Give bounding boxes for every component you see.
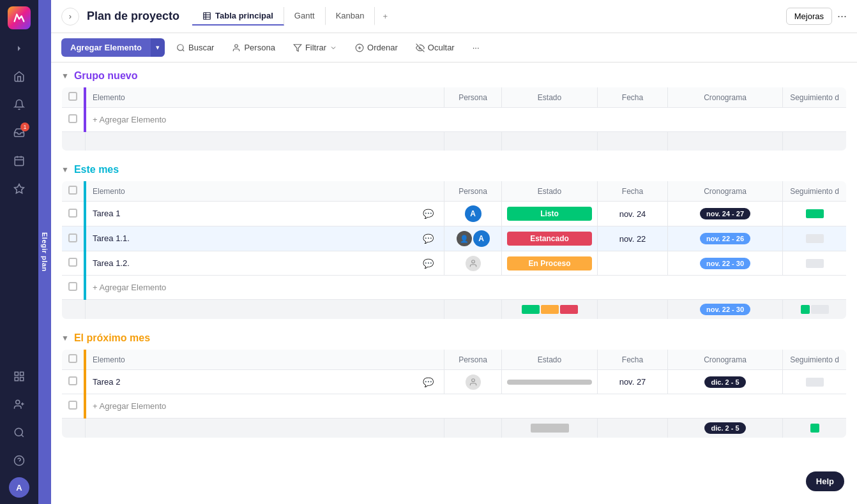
add-element-dropdown[interactable]: ▾ (151, 38, 165, 57)
nav-back-button[interactable]: › (61, 8, 79, 26)
estado-tarea1[interactable]: Listo (502, 202, 598, 226)
add-item-mes[interactable]: + Agregar Elemento (62, 276, 847, 300)
sidebar-icon-star[interactable] (8, 177, 31, 200)
cb-add-nuevo[interactable] (68, 114, 77, 123)
app-logo[interactable] (8, 6, 31, 29)
group-proximo-mes-toggle[interactable]: ▼ (61, 334, 69, 343)
item-tarea1[interactable]: Tarea 1 💬 (85, 202, 444, 226)
more-toolbar-button[interactable]: ··· (466, 39, 486, 56)
cb-add-mes[interactable] (68, 282, 77, 291)
tab-gantt-label: Gantt (294, 11, 315, 20)
cb-tarea11[interactable] (68, 233, 77, 242)
sidebar-icon-notifications[interactable] (8, 93, 31, 116)
summary-bar-red (560, 305, 578, 314)
ordenar-button[interactable]: Ordenar (349, 39, 404, 56)
more-options-button[interactable]: ··· (837, 10, 847, 23)
cronograma-tarea1[interactable]: nov. 24 - 27 (668, 202, 783, 226)
crono-badge-tarea2: dic. 2 - 5 (704, 376, 745, 388)
group-proximo-mes-header[interactable]: ▼ El próximo mes (51, 325, 857, 349)
group-este-mes-title: Este mes (74, 164, 119, 175)
tab-tabla-principal[interactable]: Tabla principal (192, 7, 284, 26)
summary-crono-proximo: dic. 2 - 5 (704, 422, 745, 434)
item-tarea2[interactable]: Tarea 2 💬 (85, 370, 444, 394)
add-item-mes-label[interactable]: + Agregar Elemento (85, 276, 847, 300)
user-avatar[interactable]: A (9, 477, 29, 498)
table-row: Tarea 2 💬 nov. 27 (62, 370, 847, 394)
sidebar-icon-inbox[interactable]: 1 (8, 121, 31, 144)
svg-rect-7 (20, 378, 24, 381)
group-nuevo-header[interactable]: ▼ Grupo nuevo (51, 63, 857, 87)
sidebar-icon-chevron[interactable] (8, 37, 31, 60)
group-nuevo: ▼ Grupo nuevo Elemento Persona Estado Fe… (51, 63, 857, 151)
persona-tarea2[interactable] (444, 370, 502, 394)
estado-tarea12[interactable]: En Proceso (502, 251, 598, 276)
select-all-mes[interactable] (68, 186, 77, 195)
cb-tarea1[interactable] (68, 209, 77, 218)
add-element-button[interactable]: Agregar Elemento (61, 38, 151, 57)
svg-marker-23 (294, 44, 301, 51)
crono-badge-tarea12: nov. 22 - 30 (700, 258, 750, 269)
persona-tarea12[interactable] (444, 251, 502, 276)
fecha-tarea11[interactable]: nov. 22 (598, 226, 668, 251)
add-item-proximo-label[interactable]: + Agregar Elemento (85, 394, 847, 419)
sidebar-icon-home[interactable] (8, 65, 31, 88)
tab-add-button[interactable]: + (375, 8, 395, 25)
persona-button[interactable]: Persona (225, 39, 281, 56)
group-proximo-mes-table-wrap: Elemento Persona Estado Fecha Cronograma… (51, 349, 857, 438)
fecha-tarea1[interactable]: nov. 24 (598, 202, 668, 226)
group-este-mes-table: Elemento Persona Estado Fecha Cronograma… (61, 181, 847, 320)
persona-tarea11[interactable]: 👤 A (444, 226, 502, 251)
group-nuevo-toggle[interactable]: ▼ (61, 71, 69, 80)
help-button[interactable]: Help (806, 471, 844, 491)
group-este-mes: ▼ Este mes Elemento Persona Estado Fecha… (51, 156, 857, 320)
comment-tarea12[interactable]: 💬 (423, 258, 434, 269)
tab-kanban[interactable]: Kanban (326, 7, 375, 26)
select-all-nuevo[interactable] (68, 92, 77, 101)
mejoras-button[interactable]: Mejoras (786, 8, 832, 25)
svg-point-29 (471, 378, 474, 382)
sidebar-icon-person-add[interactable] (8, 393, 31, 416)
estado-tarea11[interactable]: Estancado (502, 226, 598, 251)
fecha-tarea2[interactable]: nov. 27 (598, 370, 668, 394)
add-item-nuevo[interactable]: + Agregar Elemento (62, 108, 847, 132)
sidebar-icon-help[interactable] (8, 449, 31, 472)
col-cronograma-proximo: Cronograma (668, 350, 783, 370)
cronograma-tarea2[interactable]: dic. 2 - 5 (668, 370, 783, 394)
cronograma-tarea11[interactable]: nov. 22 - 26 (668, 226, 783, 251)
tab-gantt[interactable]: Gantt (284, 7, 326, 26)
comment-tarea11[interactable]: 💬 (423, 233, 434, 244)
filtrar-button[interactable]: Filtrar (287, 39, 344, 56)
sidebar-icon-calendar[interactable] (8, 149, 31, 172)
group-nuevo-table-wrap: Elemento Persona Estado Fecha Cronograma… (51, 87, 857, 151)
comment-tarea1[interactable]: 💬 (423, 209, 434, 219)
col-fecha-proximo: Fecha (598, 350, 668, 370)
plan-strip[interactable]: Elegir plan (38, 0, 51, 504)
group-este-mes-header[interactable]: ▼ Este mes (51, 156, 857, 181)
status-badge-tarea1: Listo (507, 207, 592, 221)
col-persona-mes: Persona (444, 181, 502, 202)
sidebar-icon-grid[interactable] (8, 365, 31, 388)
status-badge-tarea2 (507, 380, 592, 385)
persona-tarea1[interactable]: A (444, 202, 502, 226)
select-all-proximo[interactable] (68, 354, 77, 363)
seg-empty-tarea12 (806, 259, 824, 268)
summary-bar-green (522, 305, 540, 314)
add-item-proximo[interactable]: + Agregar Elemento (62, 394, 847, 419)
comment-tarea2[interactable]: 💬 (423, 377, 434, 387)
content-area: ▼ Grupo nuevo Elemento Persona Estado Fe… (51, 63, 857, 504)
cb-add-proximo[interactable] (68, 401, 77, 410)
item-tarea12[interactable]: Tarea 1.2. 💬 (85, 251, 444, 276)
buscar-button[interactable]: Buscar (170, 39, 220, 56)
cronograma-tarea12[interactable]: nov. 22 - 30 (668, 251, 783, 276)
item-tarea11[interactable]: Tarea 1.1. 💬 (85, 226, 444, 251)
add-item-nuevo-label[interactable]: + Agregar Elemento (85, 108, 847, 132)
sidebar-icon-search[interactable] (8, 421, 31, 444)
ocultar-button[interactable]: Ocultar (409, 39, 461, 56)
estado-tarea2[interactable] (502, 370, 598, 394)
fecha-tarea12[interactable] (598, 251, 668, 276)
toolbar: Agregar Elemento ▾ Buscar Persona Filtra… (51, 33, 857, 63)
cb-tarea12[interactable] (68, 258, 77, 267)
cb-tarea2[interactable] (68, 376, 77, 385)
group-este-mes-toggle[interactable]: ▼ (61, 165, 69, 174)
summary-bar-orange (541, 305, 559, 314)
